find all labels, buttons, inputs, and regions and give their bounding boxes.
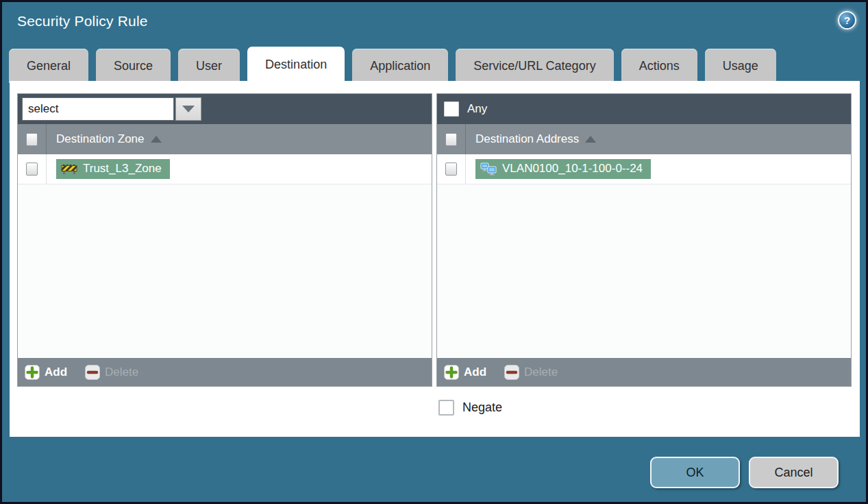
- address-delete-button[interactable]: Delete: [504, 365, 558, 380]
- zone-filter-bar: select: [18, 94, 432, 124]
- zone-delete-label: Delete: [105, 365, 138, 379]
- zone-column-header[interactable]: Destination Zone: [56, 132, 145, 146]
- ok-button[interactable]: OK: [650, 457, 740, 488]
- cancel-button[interactable]: Cancel: [749, 457, 839, 488]
- sort-asc-icon[interactable]: [585, 136, 596, 143]
- zone-row: Trust_L3_Zone: [18, 154, 432, 184]
- any-label: Any: [467, 102, 487, 116]
- zone-add-label: Add: [45, 365, 67, 379]
- address-add-button[interactable]: Add: [444, 365, 486, 380]
- address-add-label: Add: [464, 365, 486, 379]
- tab-source[interactable]: Source: [96, 49, 171, 83]
- plus-icon: [25, 365, 40, 380]
- sort-asc-icon[interactable]: [151, 136, 162, 143]
- any-checkbox[interactable]: [444, 101, 459, 117]
- zone-delete-button[interactable]: Delete: [85, 365, 138, 380]
- address-row-checkbox[interactable]: [445, 163, 457, 176]
- tab-actions[interactable]: Actions: [621, 49, 697, 83]
- zone-list: Trust_L3_Zone: [18, 154, 432, 357]
- address-chip[interactable]: VLAN0100_10-1-100-0--24: [475, 159, 651, 179]
- zone-chip[interactable]: Trust_L3_Zone: [56, 159, 170, 179]
- address-row: VLAN0100_10-1-100-0--24: [437, 154, 851, 184]
- zone-actions-bar: Add Delete: [18, 357, 432, 386]
- tab-service-url-category[interactable]: Service/URL Category: [456, 49, 613, 83]
- destination-zone-panel: select Destination Zone: [17, 93, 432, 387]
- address-delete-label: Delete: [524, 365, 558, 379]
- address-column-header[interactable]: Destination Address: [475, 132, 579, 146]
- any-bar: Any: [437, 94, 851, 124]
- address-list: VLAN0100_10-1-100-0--24: [437, 154, 851, 357]
- tab-destination[interactable]: Destination: [247, 47, 345, 83]
- tab-application[interactable]: Application: [352, 49, 448, 83]
- negate-checkbox[interactable]: [438, 400, 454, 416]
- dialog-footer: OK Cancel: [2, 437, 866, 502]
- help-icon[interactable]: ?: [838, 11, 856, 29]
- destination-address-panel: Any Destination Address: [436, 93, 852, 387]
- negate-label: Negate: [462, 400, 502, 415]
- destination-tab-content: select Destination Zone: [10, 81, 860, 437]
- plus-icon: [444, 365, 459, 380]
- minus-icon: [504, 365, 519, 380]
- minus-icon: [85, 365, 100, 380]
- zone-filter-select[interactable]: select: [22, 97, 174, 121]
- zone-select-all-checkbox[interactable]: [26, 133, 38, 146]
- negate-row: Negate: [438, 400, 502, 416]
- page-title: Security Policy Rule: [17, 13, 148, 29]
- tab-user[interactable]: User: [178, 49, 240, 83]
- chevron-down-icon: [182, 106, 195, 112]
- zone-filter-dropdown-button[interactable]: [175, 97, 201, 121]
- zone-row-checkbox[interactable]: [26, 163, 38, 176]
- zone-icon: [61, 163, 77, 175]
- zone-add-button[interactable]: Add: [25, 365, 67, 380]
- address-table-header: Destination Address: [437, 124, 851, 154]
- tab-general[interactable]: General: [9, 49, 88, 83]
- address-icon: [480, 163, 497, 176]
- security-policy-rule-dialog: Security Policy Rule ? General Source Us…: [0, 0, 868, 504]
- address-select-all-checkbox[interactable]: [445, 133, 457, 146]
- zone-row-label: Trust_L3_Zone: [83, 162, 162, 176]
- tab-usage[interactable]: Usage: [705, 49, 776, 83]
- tab-bar: General Source User Destination Applicat…: [9, 47, 776, 83]
- address-actions-bar: Add Delete: [437, 357, 851, 386]
- address-row-label: VLAN0100_10-1-100-0--24: [502, 162, 643, 176]
- zone-table-header: Destination Zone: [18, 124, 432, 154]
